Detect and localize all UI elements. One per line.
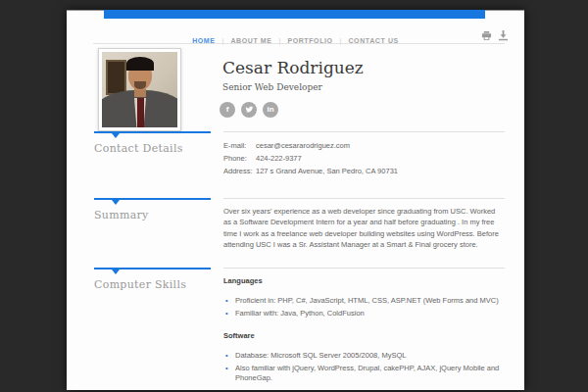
print-icon[interactable] [481,30,492,41]
list-item: Familiar with: Java, Python, ColdFusion [223,309,505,319]
main-nav: HOME|ABOUT ME|PORTFOLIO|CONTACT US [67,31,524,49]
summary-text: Over six years' experience as a web deve… [223,206,505,251]
list-item: Also familiar with jQuery, WordPress, Dr… [223,364,505,384]
section-computer-skills: Computer Skills Languages Proficient in:… [94,268,505,386]
resume-card: HOME|ABOUT ME|PORTFOLIO|CONTACT US Cesar… [67,10,524,390]
address-value: 127 s Grand Avenue, San Pedro, CA 90731 [256,165,398,177]
twitter-icon[interactable] [241,102,257,118]
section-contact-details: Contact Details E-mail: cesar@cesararodr… [94,131,505,177]
software-heading: Software [223,331,505,340]
contact-row-phone: Phone: 424-222-9377 [223,152,505,165]
download-icon[interactable] [498,30,509,41]
contact-rows: E-mail: cesar@cesararodriguez.com Phone:… [223,139,505,177]
page-actions [481,30,509,41]
social-links: f in [220,102,278,118]
computer-skills-label: Computer Skills [94,278,211,291]
portrait-image [102,52,177,127]
phone-label: Phone: [223,152,256,165]
address-label: Address: [223,165,256,177]
email-label: E-mail: [223,139,256,152]
linkedin-icon[interactable]: in [263,102,278,118]
contact-details-label: Contact Details [94,142,211,155]
summary-label: Summary [94,209,211,221]
section-summary: Summary Over six years' experience as a … [94,198,505,251]
software-list: Database: Microsoft SQL Server 2005/2008… [223,351,505,384]
list-item: Proficient in: PHP, C#, JavaScript, HTML… [223,296,505,307]
top-accent-bar [104,10,485,19]
list-item: Database: Microsoft SQL Server 2005/2008… [223,351,505,362]
job-title: Senior Web Developer [222,82,322,92]
languages-list: Proficient in: PHP, C#, JavaScript, HTML… [223,296,505,318]
contact-row-address: Address: 127 s Grand Avenue, San Pedro, … [223,165,505,177]
phone-value: 424-222-9377 [256,152,302,165]
nav-divider [93,43,505,44]
photo-background-frame [106,60,126,95]
email-value: cesar@cesararodriguez.com [256,139,350,152]
facebook-icon[interactable]: f [220,102,235,118]
contact-row-email: E-mail: cesar@cesararodriguez.com [223,139,505,152]
person-name: Cesar Rodriguez [222,58,364,77]
profile-photo [98,48,181,131]
languages-heading: Languages [223,276,505,285]
